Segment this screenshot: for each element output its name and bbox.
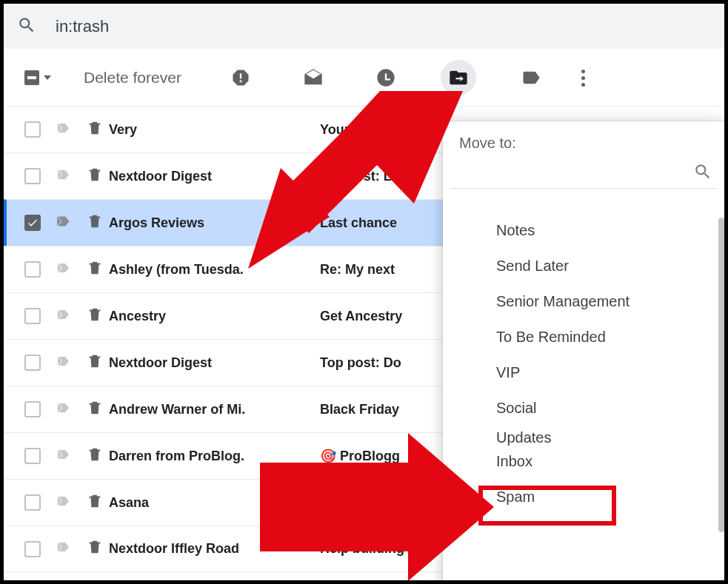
mark-read-icon[interactable] [295,60,331,95]
importance-icon[interactable] [56,259,87,281]
search-icon[interactable] [17,16,36,38]
sender: Argos Reviews [109,215,320,231]
move-to-item-social[interactable]: Social [496,390,724,426]
labels-icon[interactable] [513,60,549,95]
select-checkbox[interactable] [24,67,51,89]
report-spam-icon[interactable] [223,60,258,95]
move-to-search[interactable] [450,159,717,189]
subject: Get Ancestry [320,309,402,324]
subject: Help building [320,541,404,557]
trash-icon [87,539,109,559]
trash-icon [87,353,109,373]
search-input[interactable] [54,16,498,37]
subject: Black Friday [320,402,399,417]
move-to-item-spam[interactable]: Spam [496,479,724,514]
move-to-item-updates[interactable]: Updates [496,429,724,446]
search-icon [693,162,712,181]
importance-icon[interactable] [56,119,87,141]
row-checkbox[interactable] [24,261,41,278]
subject: Top post: Lo [320,169,400,184]
sender: Darren from ProBlog. [109,449,320,464]
importance-icon[interactable] [56,212,87,234]
subject: Your Very St [320,122,398,138]
move-to-item-senior-management[interactable]: Senior Management [496,283,724,319]
move-to-item-notes[interactable]: Notes [496,212,724,248]
toolbar: Delete forever [4,50,724,106]
trash-icon [87,446,109,466]
subject: Top post: Do [320,355,401,371]
row-checkbox[interactable] [24,308,41,324]
row-checkbox[interactable] [24,121,41,138]
trash-icon [87,493,109,513]
move-to-item-vip[interactable]: VIP [496,355,724,390]
search-bar [4,4,724,50]
scrollbar[interactable] [718,218,724,532]
trash-icon [87,260,109,280]
importance-icon[interactable] [56,492,87,514]
row-checkbox[interactable] [24,401,41,417]
trash-icon [87,167,109,187]
row-checkbox[interactable] [24,355,41,371]
importance-icon[interactable] [56,166,87,187]
sender: Nextdoor Iffley Road [109,541,320,557]
sender: Asana [109,495,320,511]
more-icon[interactable] [581,70,585,87]
sender: Ashley (from Tuesda. [109,262,320,278]
delete-forever-button[interactable]: Delete forever [84,69,181,87]
subject: 🎯 ProBlogg [320,448,400,464]
move-to-item-send-later[interactable]: Send Later [496,248,724,283]
importance-icon[interactable] [56,399,87,420]
row-checkbox[interactable] [24,494,41,511]
row-checkbox[interactable] [24,215,41,231]
sender: Andrew Warner of Mi. [109,402,320,417]
importance-icon[interactable] [56,538,87,560]
sender: Very [109,122,320,138]
row-checkbox[interactable] [24,541,41,557]
move-to-item-to-be-reminded[interactable]: To Be Reminded [496,319,724,355]
move-to-item-inbox[interactable]: Inbox [496,443,724,479]
move-to-title: Move to: [443,121,724,159]
row-checkbox[interactable] [24,168,41,184]
importance-icon[interactable] [56,446,87,467]
sender: Ancestry [109,309,320,324]
move-to-popup: Move to: NotesSend LaterSenior Managemen… [443,121,724,584]
trash-icon [87,400,109,420]
importance-icon[interactable] [56,352,87,374]
sender: Nextdoor Digest [109,169,320,184]
move-to-icon[interactable] [441,60,476,95]
row-checkbox[interactable] [24,448,41,464]
trash-icon [87,213,109,233]
subject: Holiday [320,495,368,511]
trash-icon [87,120,109,140]
trash-icon [87,306,109,326]
subject: Re: My next [320,262,395,278]
subject: Last chance [320,215,397,231]
sender: Nextdoor Digest [109,355,320,371]
snooze-icon[interactable] [368,60,404,95]
importance-icon[interactable] [56,306,87,327]
